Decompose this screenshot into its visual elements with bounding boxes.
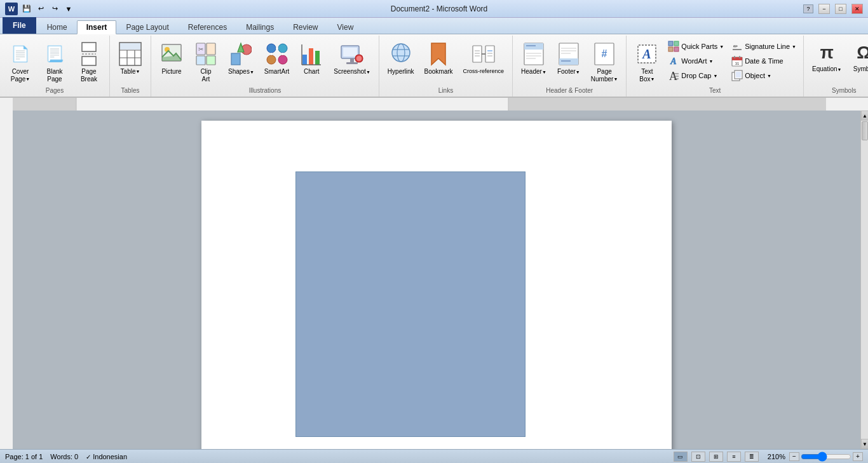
- picture-icon: [159, 40, 184, 68]
- svg-rect-80: [732, 57, 742, 60]
- language-indicator[interactable]: ✓ Indonesian: [86, 453, 127, 460]
- signature-line-icon: ✏: [731, 41, 743, 52]
- tab-file[interactable]: File: [3, 17, 36, 34]
- close-button[interactable]: ✕: [851, 4, 863, 14]
- hyperlink-icon: [389, 40, 413, 68]
- ribbon-group-symbols: π Equation▼ Ω Symbol Symbols: [804, 36, 868, 97]
- symbol-button[interactable]: Ω Symbol: [847, 38, 868, 74]
- svg-point-19: [267, 44, 276, 53]
- proofing-icon: ✓: [86, 453, 91, 460]
- print-layout-view-button[interactable]: ▭: [674, 452, 688, 462]
- bookmark-button[interactable]: Bookmark: [420, 38, 458, 77]
- smartart-button[interactable]: SmartArt: [260, 38, 294, 77]
- footer-button[interactable]: Footer▼: [552, 38, 585, 77]
- draft-view-button[interactable]: ≣: [745, 452, 759, 462]
- scroll-down-button[interactable]: ▼: [861, 439, 868, 449]
- svg-text:31: 31: [735, 62, 740, 65]
- status-right: ▭ ⊡ ⊞ ≡ ≣ 210% − +: [674, 452, 863, 462]
- signature-line-button[interactable]: ✏ Signature Line▼: [728, 39, 799, 53]
- clip-art-button[interactable]: ✂ ClipArt: [189, 38, 222, 85]
- qat-undo-button[interactable]: ↩: [34, 3, 47, 15]
- quick-parts-button[interactable]: Quick Parts▼: [665, 39, 727, 53]
- pages-group-label: Pages: [46, 86, 64, 95]
- header-icon: [522, 40, 546, 68]
- ribbon-group-illustrations: Picture ✂ ClipArt: [151, 36, 379, 97]
- zoom-slider[interactable]: [801, 453, 851, 460]
- page-break-icon: [77, 40, 101, 68]
- date-time-icon: 31: [731, 55, 743, 67]
- document-area: ▲ ▼: [0, 98, 868, 449]
- ribbon-group-header-footer: Header▼ Footer▼: [513, 36, 627, 97]
- tab-references[interactable]: References: [179, 20, 236, 34]
- footer-icon: [557, 40, 581, 68]
- status-bar: Page: 1 of 1 Words: 0 ✓ Indonesian ▭ ⊡ ⊞…: [0, 449, 868, 463]
- page-break-button[interactable]: PageBreak: [72, 38, 105, 85]
- cross-reference-button[interactable]: Cross-reference: [459, 38, 509, 76]
- tab-page-layout[interactable]: Page Layout: [116, 20, 178, 34]
- shapes-button[interactable]: Shapes▼: [224, 38, 259, 77]
- svg-rect-34: [346, 62, 358, 64]
- svg-rect-28: [315, 51, 320, 65]
- text-group-label: Text: [709, 86, 721, 95]
- zoom-out-button[interactable]: −: [789, 452, 799, 461]
- qat-save-button[interactable]: 💾: [20, 3, 33, 15]
- tables-group-label: Tables: [121, 86, 140, 95]
- ruler-top-svg: [13, 98, 860, 111]
- blank-page-button[interactable]: 📃 BlankPage: [38, 38, 71, 85]
- page-number-icon: #: [592, 40, 616, 68]
- qat-redo-button[interactable]: ↪: [48, 3, 61, 15]
- wordart-button[interactable]: A A WordArt▼: [665, 54, 727, 68]
- scrollbar-vertical[interactable]: ▲ ▼: [860, 111, 868, 449]
- qat-customize-button[interactable]: ▼: [62, 3, 75, 15]
- zoom-level: 210%: [768, 453, 785, 460]
- cover-page-button[interactable]: 📄 CoverPage▼: [4, 38, 37, 85]
- text-box-button[interactable]: A TextBox▼: [630, 38, 663, 85]
- picture-button[interactable]: Picture: [155, 38, 188, 77]
- quick-parts-icon: [668, 41, 679, 52]
- scroll-up-button[interactable]: ▲: [861, 111, 868, 121]
- tab-review[interactable]: Review: [283, 20, 327, 34]
- ribbon-group-text: A TextBox▼ Quick Parts▼: [627, 36, 804, 97]
- hyperlink-button[interactable]: Hyperlink: [383, 38, 419, 77]
- svg-text:✂: ✂: [198, 46, 203, 53]
- svg-rect-69: [668, 47, 673, 51]
- title-bar: W 💾 ↩ ↪ ▼ Document2 - Microsoft Word ? −…: [0, 0, 868, 18]
- web-layout-view-button[interactable]: ⊞: [709, 452, 723, 462]
- tab-insert[interactable]: Insert: [77, 20, 117, 34]
- svg-text:A: A: [642, 47, 651, 61]
- ribbon-group-links: Hyperlink Bookmark: [379, 36, 513, 97]
- window-title: Document2 - Microsoft Word: [75, 4, 803, 13]
- status-left: Page: 1 of 1 Words: 0 ✓ Indonesian: [5, 453, 127, 460]
- tab-view[interactable]: View: [328, 20, 363, 34]
- zoom-in-button[interactable]: +: [853, 452, 863, 461]
- text-box-icon: A: [635, 40, 659, 68]
- ruler-left: [0, 98, 13, 449]
- drop-cap-button[interactable]: A Drop Cap▼: [665, 69, 727, 83]
- chart-button[interactable]: Chart: [295, 38, 328, 77]
- svg-text:A: A: [669, 70, 677, 81]
- tab-home[interactable]: Home: [37, 20, 77, 34]
- outline-view-button[interactable]: ≡: [727, 452, 741, 462]
- date-time-button[interactable]: 31 Date & Time: [728, 54, 799, 68]
- object-button[interactable]: Object▼: [728, 69, 799, 83]
- svg-rect-42: [473, 46, 482, 62]
- equation-button[interactable]: π Equation▼: [808, 38, 846, 74]
- svg-rect-26: [302, 55, 307, 65]
- full-screen-view-button[interactable]: ⊡: [691, 452, 705, 462]
- svg-rect-32: [343, 48, 357, 57]
- screenshot-icon: [340, 40, 364, 68]
- svg-point-37: [392, 44, 410, 62]
- screenshot-button[interactable]: Screenshot▼: [329, 38, 375, 77]
- tab-mailings[interactable]: Mailings: [236, 20, 283, 34]
- table-icon: [118, 40, 142, 68]
- table-button[interactable]: Table▼: [114, 38, 147, 77]
- header-button[interactable]: Header▼: [517, 38, 551, 77]
- scrollbar-thumb[interactable]: [862, 121, 868, 140]
- help-button[interactable]: ?: [803, 4, 813, 13]
- minimize-button[interactable]: −: [818, 4, 830, 14]
- image-object[interactable]: [295, 171, 526, 437]
- svg-rect-2: [82, 57, 96, 65]
- restore-button[interactable]: □: [835, 4, 846, 14]
- page-number-button[interactable]: # PageNumber▼: [587, 38, 623, 85]
- zoom-controls: − +: [789, 452, 863, 461]
